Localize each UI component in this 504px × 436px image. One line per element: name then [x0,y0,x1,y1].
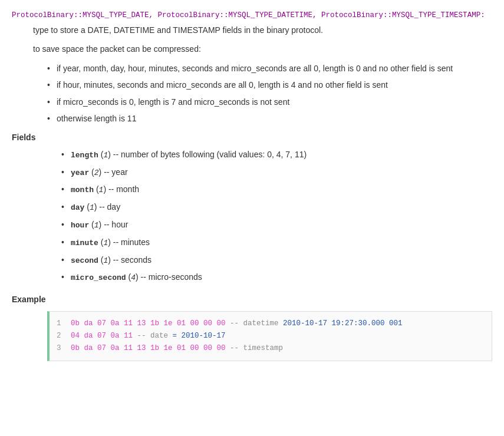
field-item: day (1) -- day [59,200,492,214]
field-item: month (1) -- month [59,183,492,197]
field-list: length (1) -- number of bytes following … [59,148,492,285]
compression-rules: if year, month, day, hour, minutes, seco… [45,62,492,125]
example-section: Example 10b da 07 0a 11 13 1b 1e 01 00 0… [12,293,492,361]
bullet-item: if hour, minutes, seconds and micro_seco… [45,78,492,91]
code-line: 10b da 07 0a 11 13 1b 1e 01 00 00 00 -- … [57,318,485,330]
line-number: 3 [57,342,71,355]
fields-section: Fields length (1) -- number of bytes fol… [12,131,492,285]
line-content: 0b da 07 0a 11 13 1b 1e 01 00 00 00 -- t… [71,342,485,355]
code-block: 10b da 07 0a 11 13 1b 1e 01 00 00 00 -- … [47,311,492,362]
code-line: 204 da 07 0a 11 -- date = 2010-10-17 [57,330,485,342]
line-content: 04 da 07 0a 11 -- date = 2010-10-17 [71,330,485,342]
line-number: 2 [57,330,71,342]
field-item: length (1) -- number of bytes following … [59,148,492,162]
intro-line1: type to store a DATE, DATETIME and TIMES… [33,24,492,37]
intro-line2: to save space the packet can be compress… [33,42,492,55]
field-item: micro_second (4) -- micro-seconds [59,270,492,285]
header-code: ProtocolBinary::MYSQL_TYPE_DATE, Protoco… [12,9,492,21]
bullet-item: otherwise length is 11 [45,112,492,125]
code-line: 30b da 07 0a 11 13 1b 1e 01 00 00 00 -- … [57,342,485,355]
field-item: minute (1) -- minutes [59,236,492,250]
line-content: 0b da 07 0a 11 13 1b 1e 01 00 00 00 -- d… [71,318,485,330]
bullet-item: if micro_seconds is 0, length is 7 and m… [45,95,492,108]
example-title: Example [12,293,492,306]
line-number: 1 [57,318,71,330]
field-item: second (1) -- seconds [59,253,492,267]
fields-title: Fields [12,131,492,144]
field-item: year (2) -- year [59,166,492,180]
field-item: hour (1) -- hour [59,218,492,232]
bullet-item: if year, month, day, hour, minutes, seco… [45,62,492,75]
